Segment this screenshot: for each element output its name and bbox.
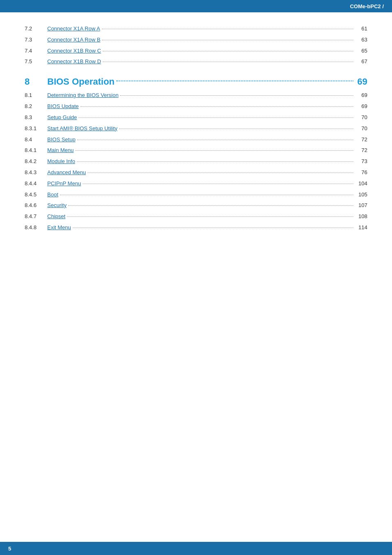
toc-dots — [88, 168, 353, 173]
toc-entry: 8.4.7Chipset108 — [25, 212, 367, 221]
toc-entry: 8.4.5Boot105 — [25, 191, 367, 199]
toc-page: 67 — [355, 58, 367, 66]
toc-page: 72 — [355, 146, 367, 155]
toc-page: 69 — [355, 102, 367, 111]
toc-page: 70 — [355, 113, 367, 122]
toc-dots — [68, 201, 353, 206]
toc-page: 69 — [355, 91, 367, 100]
toc-link[interactable]: Exit Menu — [47, 223, 71, 232]
toc-entry: 8.4.6Security107 — [25, 201, 367, 210]
toc-number: 7.3 — [25, 36, 47, 44]
toc-dots — [81, 102, 353, 107]
toc-dots — [78, 113, 353, 118]
toc-entry: 7.5Connector X1B Row D67 — [25, 58, 367, 66]
toc-entry: 8.4.1Main Menu72 — [25, 146, 367, 155]
toc-entry: 8.1Determining the BIOS Version69 — [25, 91, 367, 100]
toc-number: 7.5 — [25, 58, 47, 66]
toc-number: 8.4 — [25, 136, 47, 144]
toc-page: 107 — [355, 201, 367, 210]
toc-dots — [116, 76, 353, 81]
footer-bar: 5 — [0, 542, 392, 555]
toc-page: 70 — [355, 124, 367, 133]
toc-link[interactable]: Start AMI® BIOS Setup Utility — [47, 124, 118, 133]
toc-page: 63 — [355, 36, 367, 44]
toc-dots — [77, 157, 353, 162]
toc-link[interactable]: Advanced Menu — [47, 168, 86, 177]
toc-number: 8.4.4 — [25, 180, 47, 188]
toc-number: 8.3.1 — [25, 124, 47, 133]
toc-dots — [103, 58, 353, 62]
toc-number: 8.4.2 — [25, 157, 47, 166]
toc-entry: 8.4.3Advanced Menu76 — [25, 168, 367, 177]
content-area: 7.2Connector X1A Row A617.3Connector X1A… — [0, 12, 392, 259]
toc-dots — [67, 212, 353, 217]
toc-number: 8.4.1 — [25, 146, 47, 155]
toc-dots — [119, 124, 353, 129]
toc-page: 104 — [355, 180, 367, 188]
toc-number: 8.4.6 — [25, 201, 47, 210]
toc-number: 8.4.3 — [25, 168, 47, 177]
toc-number: 8 — [25, 74, 47, 89]
toc-link[interactable]: BIOS Operation — [47, 74, 115, 89]
toc-link[interactable]: Connector X1A Row B — [47, 36, 100, 44]
toc-container: 7.2Connector X1A Row A617.3Connector X1A… — [25, 25, 367, 232]
toc-link[interactable]: Main Menu — [47, 146, 74, 155]
toc-dots — [102, 25, 353, 29]
toc-entry: 7.2Connector X1A Row A61 — [25, 25, 367, 33]
toc-page: 108 — [355, 212, 367, 221]
toc-number: 8.2 — [25, 102, 47, 111]
toc-entry: 8BIOS Operation69 — [25, 74, 367, 89]
toc-dots — [120, 91, 353, 96]
toc-page: 61 — [355, 25, 367, 33]
toc-number: 8.3 — [25, 113, 47, 122]
toc-link[interactable]: BIOS Setup — [47, 136, 76, 144]
toc-entry: 7.3Connector X1A Row B63 — [25, 36, 367, 44]
toc-link[interactable]: Setup Guide — [47, 113, 77, 122]
toc-link[interactable]: PCIPnP Menu — [47, 180, 81, 188]
toc-link[interactable]: Connector X1B Row D — [47, 58, 101, 66]
toc-link[interactable]: Security — [47, 201, 67, 210]
header-bar: COMe-bPC2 / — [0, 0, 392, 12]
toc-link[interactable]: Connector X1A Row A — [47, 25, 100, 33]
toc-page: 73 — [355, 157, 367, 166]
toc-dots — [103, 47, 353, 51]
toc-number: 8.4.8 — [25, 223, 47, 232]
toc-number: 7.2 — [25, 25, 47, 33]
toc-entry: 8.4BIOS Setup72 — [25, 136, 367, 144]
toc-entry: 8.2BIOS Update69 — [25, 102, 367, 111]
toc-entry: 8.4.8Exit Menu114 — [25, 223, 367, 232]
toc-link[interactable]: Chipset — [47, 212, 65, 221]
toc-entry: 8.3.1Start AMI® BIOS Setup Utility70 — [25, 124, 367, 133]
toc-page: 65 — [355, 47, 367, 55]
toc-number: 7.4 — [25, 47, 47, 55]
toc-link[interactable]: Connector X1B Row C — [47, 47, 101, 55]
toc-number: 8.4.7 — [25, 212, 47, 221]
toc-entry: 8.4.4PCIPnP Menu104 — [25, 180, 367, 188]
toc-link[interactable]: Determining the BIOS Version — [47, 91, 118, 100]
toc-page: 105 — [355, 191, 367, 199]
toc-entry: 8.4.2Module Info73 — [25, 157, 367, 166]
toc-dots — [75, 146, 353, 151]
toc-number: 8.4.5 — [25, 191, 47, 199]
toc-link[interactable]: BIOS Update — [47, 102, 79, 111]
toc-page: 114 — [355, 223, 367, 232]
toc-page: 72 — [355, 136, 367, 144]
toc-dots — [73, 223, 353, 228]
toc-link[interactable]: Module Info — [47, 157, 75, 166]
header-title: COMe-bPC2 / — [350, 3, 384, 9]
footer-page: 5 — [8, 546, 11, 552]
toc-dots — [60, 191, 353, 195]
toc-dots — [77, 136, 353, 140]
toc-number: 8.1 — [25, 91, 47, 100]
toc-page: 76 — [355, 168, 367, 177]
toc-dots — [83, 180, 353, 184]
toc-page: 69 — [355, 74, 367, 89]
toc-entry: 8.3Setup Guide70 — [25, 113, 367, 122]
toc-entry: 7.4Connector X1B Row C65 — [25, 47, 367, 55]
toc-dots — [102, 36, 353, 40]
toc-link[interactable]: Boot — [47, 191, 58, 199]
